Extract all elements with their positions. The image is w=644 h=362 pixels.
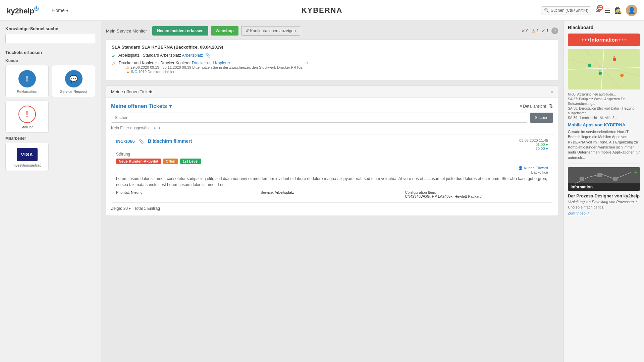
timer-1: 01:00 xyxy=(536,142,545,146)
ticket-card-0: INC-1066 📎 Bildschirm flimmert 05.08.202… xyxy=(111,134,553,203)
home-nav[interactable]: Home ▾ xyxy=(52,8,68,13)
reklamation-icon: ! xyxy=(18,70,36,87)
attach-icon-0[interactable]: 📎 xyxy=(206,53,211,58)
timer-2: 60:00 xyxy=(536,146,545,150)
configurations-button[interactable]: ↺ Konfigurationen anzeigen xyxy=(241,26,300,36)
brand-center-logo: KYBERNA xyxy=(302,6,343,15)
view-controls: ≡ Detailansicht ⇅ xyxy=(520,103,553,109)
tags-row: Neue Kunden-Aktivität Offen 1st Level xyxy=(116,159,548,164)
sla-row-0-link[interactable]: Arbeitsplatz xyxy=(182,53,203,58)
list-icon: ☰ xyxy=(604,6,610,14)
help-button[interactable]: ? xyxy=(551,27,558,34)
info-banner[interactable]: +++Information+++ xyxy=(568,34,640,46)
sla-title: SLA Standard SLA KYBERNA (Backoffice, 08… xyxy=(112,45,552,50)
tickets-dropdown-arrow: ▾ xyxy=(169,103,172,109)
detail-view-label[interactable]: ≡ Detailansicht xyxy=(520,104,546,109)
sla-row-1-link[interactable]: Drucker und Kopierer xyxy=(192,61,230,65)
sla-inc-link[interactable]: INC-1019 xyxy=(131,70,147,74)
green-dot-icon: ✔ xyxy=(541,28,545,34)
service-monitor-bar: Mein Service Monitor Neuen Incident erfa… xyxy=(106,26,558,36)
news-link-arrow-icon: ↗ xyxy=(587,211,590,215)
customer-label: Kunde xyxy=(5,58,95,63)
status-green: ✔ 1 xyxy=(541,28,549,34)
filter-label: Kein Filter ausgewählt xyxy=(111,126,151,130)
agent-icon: 🕵️ xyxy=(614,7,622,14)
user-avatar[interactable]: 👤 xyxy=(626,5,637,16)
tag-0[interactable]: Neue Kunden-Aktivität xyxy=(116,159,161,164)
ticket-left: INC-1066 📎 Bildschirm flimmert xyxy=(116,138,192,144)
main-layout: Knowledge-Schnellsuche Ticckets erfassen… xyxy=(0,21,644,362)
priority-field: Priorität: Niedrig xyxy=(116,190,259,198)
tickets-section-title: Ticckets erfassen xyxy=(5,50,95,55)
attach-icon-1[interactable]: ↺ xyxy=(305,61,309,65)
reklamation-label: Reklamation xyxy=(17,89,37,94)
svg-text:▼: ▼ xyxy=(599,70,601,73)
tickets-section: Ticckets erfassen Kunde ! Reklamation 💬 … xyxy=(5,50,95,171)
news-title-1[interactable]: Mobile Apps von KYBERNA xyxy=(568,122,640,128)
new-incident-button[interactable]: Neuen Incident erfassen xyxy=(152,26,208,36)
tickets-dropdown[interactable]: Meine offenen Tickets ▾ xyxy=(111,103,172,109)
filter-enter-icon[interactable]: ↵ xyxy=(159,126,162,130)
timer-2-icon: ● xyxy=(546,146,548,150)
tickets-search-input[interactable] xyxy=(111,113,527,123)
total-entries: Total 1 Eintrag xyxy=(134,206,160,211)
status-orange: ⚠ 1 xyxy=(531,28,539,34)
agent-icon-btn[interactable]: 🕵️ xyxy=(614,7,622,14)
tickets-search-button[interactable]: Suchen xyxy=(530,113,553,123)
employee-tickets-grid: VISA Investitionsantrag xyxy=(5,143,95,171)
map-captions: M-36: Absprung neu aufbauen... SA-37: Pa… xyxy=(568,92,640,120)
assignee-name[interactable]: Kunde Edward xyxy=(524,166,548,170)
sla-sub-icon-2: ▲ xyxy=(126,70,130,74)
ticket-title[interactable]: Bildschirm flimmert xyxy=(148,138,192,144)
card2-label: Information xyxy=(568,183,640,191)
sla-row-0-text: Arbeitsplatz · Standard Arbeitsplatz Arb… xyxy=(118,53,203,58)
webshop-button[interactable]: Webshop xyxy=(211,26,238,36)
filter-row: Kein Filter ausgewählt + ↵ xyxy=(111,125,553,131)
svg-point-8 xyxy=(588,64,591,67)
tickets-panel: Meine offenen Tickets ▾ ≡ Detailansicht … xyxy=(106,98,558,216)
timer-1-icon: ● xyxy=(546,142,548,146)
tag-1[interactable]: Offen xyxy=(163,159,178,164)
top-right-icons: 🔍 Suchen (Ctrl+Shift+f) ✉ 12 ☰ 🕵️ 👤 xyxy=(541,5,637,16)
list-icon-btn[interactable]: ☰ xyxy=(604,6,610,14)
person-icon: 👤 xyxy=(518,166,523,170)
sla-sub-icon-1: ⚠ xyxy=(126,65,129,69)
red-dot-icon: ✕ xyxy=(521,28,525,34)
svg-rect-18 xyxy=(613,177,618,181)
ticket-description: Lorem ipsum dolor sit amet, consetetur s… xyxy=(116,176,548,188)
search-icon: 🔍 xyxy=(544,8,549,13)
home-label: Home xyxy=(52,8,64,13)
sla-sub-2: ▲ INC-1019 Drucker schmiert xyxy=(126,70,303,74)
ticket-item-storung[interactable]: ! Störung xyxy=(5,101,49,133)
knowledge-search-section: Knowledge-Schnellsuche xyxy=(5,26,95,43)
svg-rect-16 xyxy=(580,177,584,181)
global-search[interactable]: 🔍 Suchen (Ctrl+Shift+f) xyxy=(541,6,591,14)
service-value: Arbeitsplatz xyxy=(275,190,294,194)
service-request-label: Service Request xyxy=(60,89,87,94)
blackboard-card-2[interactable]: Information ✦ xyxy=(568,167,640,191)
ticket-card-header: INC-1066 📎 Bildschirm flimmert 05.08.202… xyxy=(116,138,548,150)
config-item-field: Configuration Item:CN42340WQG, HP LA2405… xyxy=(405,190,548,198)
news-title-2[interactable]: Der Prozess-Designer von ky2help xyxy=(568,193,640,198)
ticket-timers: 01:00 ● 60:00 ● xyxy=(519,142,548,150)
mail-icon-btn[interactable]: ✉ 12 xyxy=(595,7,600,14)
app-logo[interactable]: ky2help® xyxy=(7,5,39,15)
status-red: ✕ 0 xyxy=(521,28,529,34)
svg-text:▼: ▼ xyxy=(613,56,615,59)
storung-label: Störung xyxy=(20,125,34,129)
filter-add-button[interactable]: + xyxy=(153,125,156,131)
tag-2[interactable]: 1st Level xyxy=(180,159,201,164)
ticket-item-investitionsantrag[interactable]: VISA Investitionsantrag xyxy=(5,143,49,171)
ticket-item-reklamation[interactable]: ! Reklamation xyxy=(5,65,49,97)
ticket-id[interactable]: INC-1066 xyxy=(116,139,135,144)
news-link-2[interactable]: Zum Video ↗ xyxy=(568,211,590,215)
sla-sub-1: ⚠ 29.06.2020 09:19 - 30.11.2020 09:39 Bi… xyxy=(126,65,303,70)
knowledge-search-input[interactable] xyxy=(5,34,95,43)
sort-icon[interactable]: ⇅ xyxy=(549,103,553,109)
sla-row-1: ⚠ Drucker und Kopierer · Drucker Kopiere… xyxy=(112,61,552,74)
home-arrow-icon: ▾ xyxy=(66,8,68,13)
svg-point-7 xyxy=(620,74,624,77)
page-size[interactable]: Zeige: 20 ▾ xyxy=(111,206,132,211)
ticket-item-service-request[interactable]: 💬 Service Request xyxy=(52,65,95,97)
divider-1 xyxy=(568,164,640,164)
